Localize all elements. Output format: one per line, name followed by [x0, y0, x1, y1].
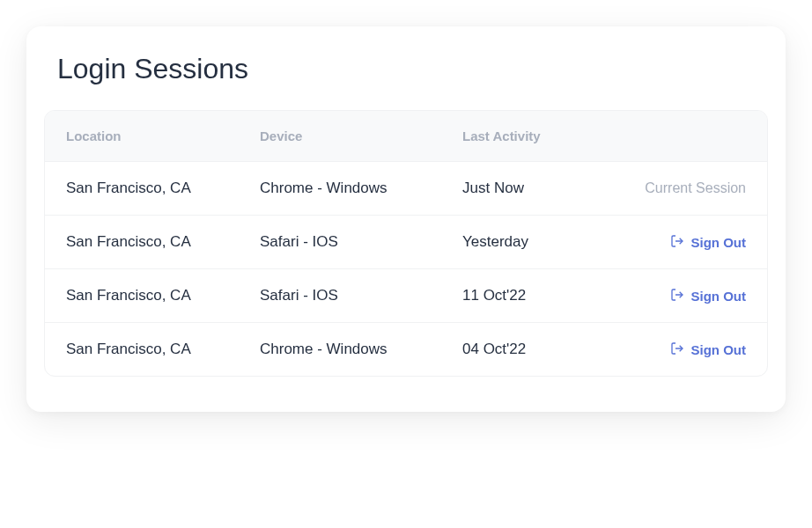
- sign-out-button[interactable]: Sign Out: [670, 288, 747, 304]
- sign-out-label: Sign Out: [691, 342, 747, 357]
- cell-last-activity: Just Now: [462, 180, 603, 197]
- cell-action: Sign Out: [603, 288, 746, 304]
- cell-action: Sign Out: [603, 341, 746, 358]
- cell-location: San Francisco, CA: [66, 341, 260, 358]
- cell-location: San Francisco, CA: [66, 233, 260, 251]
- header-action: [603, 128, 746, 143]
- table-header-row: Location Device Last Activity: [45, 111, 767, 161]
- table-row: San Francisco, CA Chrome - Windows 04 Oc…: [45, 322, 767, 376]
- sign-out-icon: [670, 234, 684, 251]
- table-row: San Francisco, CA Safari - IOS 11 Oct'22…: [45, 268, 767, 322]
- sign-out-icon: [670, 288, 684, 304]
- cell-location: San Francisco, CA: [66, 287, 260, 304]
- cell-last-activity: 04 Oct'22: [462, 341, 603, 358]
- sign-out-label: Sign Out: [691, 289, 747, 304]
- sign-out-button[interactable]: Sign Out: [670, 341, 747, 358]
- cell-device: Safari - IOS: [260, 233, 462, 251]
- cell-action: Sign Out: [603, 234, 746, 251]
- cell-last-activity: Yesterday: [462, 233, 603, 251]
- cell-device: Chrome - Windows: [260, 341, 462, 358]
- cell-last-activity: 11 Oct'22: [462, 287, 603, 304]
- page-title: Login Sessions: [57, 53, 768, 85]
- header-last-activity: Last Activity: [462, 128, 603, 143]
- sign-out-label: Sign Out: [691, 235, 747, 250]
- cell-action: Current Session: [603, 180, 746, 196]
- login-sessions-card: Login Sessions Location Device Last Acti…: [26, 26, 786, 412]
- sign-out-button[interactable]: Sign Out: [670, 234, 747, 251]
- table-row: San Francisco, CA Safari - IOS Yesterday…: [45, 215, 767, 268]
- header-device: Device: [260, 128, 462, 143]
- cell-location: San Francisco, CA: [66, 180, 260, 197]
- cell-device: Safari - IOS: [260, 287, 462, 304]
- current-session-label: Current Session: [645, 180, 746, 196]
- header-location: Location: [66, 128, 260, 143]
- sessions-table: Location Device Last Activity San Franci…: [44, 110, 768, 377]
- sign-out-icon: [670, 341, 684, 358]
- table-row: San Francisco, CA Chrome - Windows Just …: [45, 161, 767, 215]
- cell-device: Chrome - Windows: [260, 180, 462, 197]
